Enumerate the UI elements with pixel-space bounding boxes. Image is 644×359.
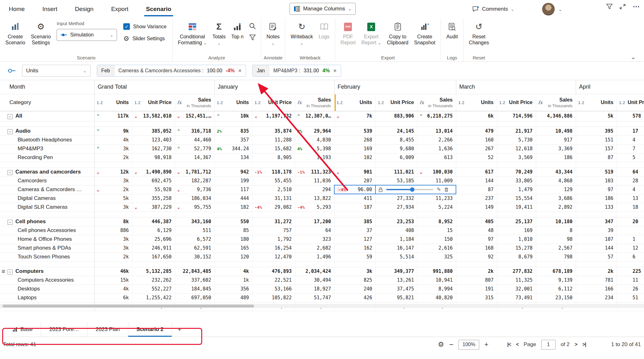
zoom-in-icon[interactable]: + xyxy=(484,340,488,349)
data-cell[interactable]: 35,874 xyxy=(252,127,295,135)
data-cell[interactable]: ⌃117k xyxy=(94,111,132,121)
data-cell[interactable]: -1%118,178 xyxy=(252,168,295,176)
data-cell[interactable]: 17,200 xyxy=(295,217,334,226)
column-header[interactable]: 1.2Units xyxy=(214,94,252,111)
category-cell[interactable]: −Cameras and camcorders xyxy=(0,168,94,176)
data-cell[interactable]: 182,287 xyxy=(175,176,214,185)
column-header[interactable]: fxSalesin Thousands xyxy=(295,94,334,111)
chevron-down-icon[interactable]: ⌄ xyxy=(558,7,562,12)
simulation-dropdown[interactable]: Simulation ⌄ xyxy=(57,29,117,41)
delete-icon[interactable] xyxy=(444,187,448,192)
data-cell[interactable]: 395 xyxy=(576,127,617,135)
data-cell[interactable]: 12,618 xyxy=(497,144,536,153)
data-cell[interactable]: 1,792 xyxy=(252,235,295,244)
data-cell[interactable]: 23,150 xyxy=(536,293,576,302)
collapse-ribbon-icon[interactable]: ⌄ xyxy=(630,53,636,61)
data-cell[interactable]: 180 xyxy=(214,235,252,244)
data-cell[interactable]: 149 xyxy=(456,203,497,212)
data-cell[interactable]: 6,112 xyxy=(536,284,576,293)
data-cell[interactable]: 1,636 xyxy=(417,144,456,153)
data-cell[interactable]: 2%29,964 xyxy=(295,127,334,135)
data-cell[interactable]: 55,928 xyxy=(132,185,175,194)
data-cell[interactable]: 25,137 xyxy=(497,217,536,226)
simulation-chip[interactable]: Jan MP4&MP3 : 331.00 4% × xyxy=(252,65,341,77)
data-cell[interactable]: 98 xyxy=(536,235,576,244)
simulation-chip[interactable]: Feb Cameras & Camcorders Accessories : 1… xyxy=(97,65,246,77)
category-cell[interactable]: Digital SLR Cameras xyxy=(0,203,94,212)
data-cell[interactable]: 97 xyxy=(576,185,617,194)
category-cell[interactable]: Bluetooth Headphones xyxy=(0,135,94,144)
data-cell[interactable]: 127 xyxy=(334,235,375,244)
data-cell[interactable]: 87 xyxy=(576,153,617,162)
manage-columns-button[interactable]: Manage Columns ⌄ xyxy=(290,3,356,15)
data-cell[interactable]: 246,911 xyxy=(132,244,175,252)
data-cell[interactable]: 129 xyxy=(536,185,576,194)
data-cell[interactable]: 21,917 xyxy=(497,127,536,135)
data-cell[interactable]: 123,403 xyxy=(132,135,175,144)
data-cell[interactable]: 22,521 xyxy=(252,276,295,284)
search-icon[interactable] xyxy=(249,23,256,30)
data-cell[interactable]: 886 xyxy=(94,226,132,235)
data-cell[interactable]: 37 xyxy=(334,226,375,235)
audit-button[interactable]: Audit xyxy=(443,19,460,41)
data-cell[interactable]: 807 xyxy=(456,276,497,284)
data-cell[interactable]: ⌄7k xyxy=(334,111,375,121)
scrollbar-thumb[interactable] xyxy=(3,305,254,307)
data-cell[interactable]: 3,569 xyxy=(497,153,536,162)
data-cell[interactable]: 1,184 xyxy=(375,235,417,244)
data-cell[interactable]: 15,682 xyxy=(252,144,295,153)
data-cell[interactable]: 426 xyxy=(334,293,375,302)
data-cell[interactable]: 6,572 xyxy=(175,235,214,244)
data-cell[interactable]: 134 xyxy=(214,153,252,162)
data-cell[interactable]: -4%96.00 xyxy=(334,185,375,194)
collapse-toggle[interactable]: − xyxy=(8,170,13,175)
data-cell[interactable]: 107 xyxy=(576,235,617,244)
data-cell[interactable]: 62,591 xyxy=(175,244,214,252)
data-cell[interactable]: 617 xyxy=(456,168,497,176)
data-cell[interactable]: 2,682 xyxy=(295,244,334,252)
data-cell[interactable]: 5,224 xyxy=(417,203,456,212)
data-cell[interactable]: 444 xyxy=(214,194,252,203)
data-cell[interactable]: 1,193 xyxy=(295,153,334,162)
data-cell[interactable]: 613 xyxy=(417,153,456,162)
column-header[interactable]: 1.2Units xyxy=(456,94,497,111)
lock-icon[interactable] xyxy=(379,187,383,192)
data-cell[interactable]: 337,602 xyxy=(175,276,214,284)
tab-export[interactable]: Export xyxy=(110,3,129,15)
data-cell[interactable]: 4k xyxy=(94,284,132,293)
data-cell[interactable]: 825 xyxy=(334,276,375,284)
data-cell[interactable]: 92 xyxy=(456,252,497,261)
data-cell[interactable]: 43,344 xyxy=(536,168,576,176)
data-cell[interactable]: ⌃12,307,0… xyxy=(295,111,334,121)
measure-dropdown[interactable]: Units ⌄ xyxy=(22,65,91,77)
next-page-icon[interactable]: > xyxy=(575,342,577,347)
category-cell[interactable]: −Computers xyxy=(0,267,94,276)
writeback-button[interactable]: ↻ Writeback ⌄ xyxy=(288,19,316,47)
data-cell[interactable]: 117 xyxy=(214,185,252,194)
data-cell[interactable]: 11,036 xyxy=(295,176,334,185)
data-cell[interactable]: ⌄9,736 xyxy=(175,185,214,194)
tab-scenario[interactable]: Scenario xyxy=(145,3,172,15)
data-cell[interactable]: -1%111,323 xyxy=(295,168,334,176)
category-cell[interactable]: −Cell phones xyxy=(0,217,94,226)
data-cell[interactable]: 14,367 xyxy=(175,153,214,162)
data-cell[interactable]: 169 xyxy=(334,144,375,153)
column-header[interactable]: 1.2Unit Price xyxy=(132,94,175,111)
data-cell[interactable]: ⌄100,030 xyxy=(417,168,456,176)
conditional-formatting-button[interactable]: ConditionalFormatting ⌄ xyxy=(175,19,210,47)
data-cell[interactable]: 28 xyxy=(617,176,644,185)
data-cell[interactable]: 3k xyxy=(94,176,132,185)
data-cell[interactable]: 37,475 xyxy=(375,284,417,293)
data-cell[interactable]: 64 xyxy=(617,168,644,176)
data-cell[interactable]: 111,021 xyxy=(375,168,417,176)
data-cell[interactable]: 781 xyxy=(576,276,617,284)
data-cell[interactable]: 207 xyxy=(334,176,375,185)
data-cell[interactable]: 17 xyxy=(617,127,644,135)
data-cell[interactable]: 1,010 xyxy=(497,235,536,244)
category-cell[interactable]: Camcorders xyxy=(0,176,94,185)
data-cell[interactable]: 39 xyxy=(576,226,617,235)
data-cell[interactable]: 11 xyxy=(617,276,644,284)
data-cell[interactable]: 6k xyxy=(94,293,132,302)
data-cell[interactable]: 2k xyxy=(456,267,497,276)
data-cell[interactable]: 550 xyxy=(214,217,252,226)
